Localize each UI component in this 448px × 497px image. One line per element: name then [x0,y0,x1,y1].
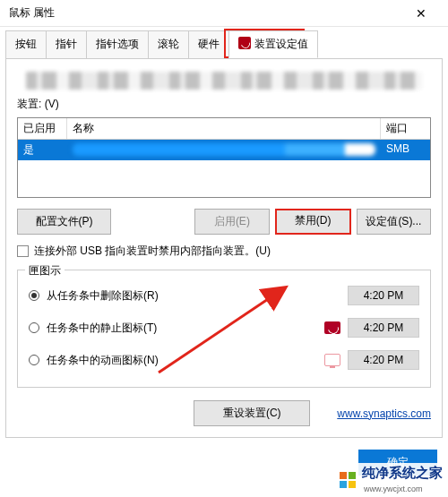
synaptics-link[interactable]: www.synaptics.com [337,407,431,420]
tab-device-settings[interactable]: 装置设定值 [228,30,318,58]
bottom-row: 重设装置(C) www.synaptics.com [17,400,431,426]
synaptics-icon [238,37,251,49]
watermark-url: www.ywcjxt.com [364,484,423,493]
col-name: 名称 [67,118,381,139]
radio-static-label: 任务条中的静止图标(T) [47,321,317,336]
devices-table[interactable]: 已启用 名称 端口 是 SMB [17,117,431,198]
watermark-logo-icon [339,471,357,489]
watermark: 纯净系统之家 www.ywcjxt.com [335,463,448,497]
tabs: 按钮 指针 指针选项 滚轮 硬件 装置设定值 [0,27,448,58]
radio-static-icon[interactable] [29,322,39,333]
reset-device-button[interactable]: 重设装置(C) [194,400,310,426]
close-button[interactable]: ✕ [403,1,439,26]
radio-remove-icon[interactable] [29,290,39,301]
usb-disable-checkbox[interactable] [17,245,29,257]
radio-animated-icon[interactable] [29,355,39,365]
tab-buttons[interactable]: 按钮 [5,30,47,58]
tray-icon-fieldset: 匣图示 从任务条中删除图标(R) 4:20 PM 任务条中的静止图标(T) 4:… [17,270,431,388]
usb-disable-label: 连接外部 USB 指向装置时禁用内部指向装置。(U) [34,244,271,259]
tray-static-icon [324,321,340,334]
tab-wheel[interactable]: 滚轮 [148,30,189,58]
col-enabled: 已启用 [18,118,67,139]
watermark-brand: 纯净系统之家 [362,465,443,480]
cell-name-blurred [67,140,381,160]
devices-label: 装置: (V) [17,97,431,112]
table-row[interactable]: 是 SMB [18,140,430,160]
radio-animated-label: 任务条中的动画图标(N) [47,353,317,368]
vendor-banner-blurred [26,72,422,90]
enable-button: 启用(E) [194,209,269,235]
usb-disable-checkbox-row: 连接外部 USB 指向装置时禁用内部指向装置。(U) [17,244,431,259]
tray-icon-legend: 匣图示 [25,263,65,278]
tray-option-remove[interactable]: 从任务条中删除图标(R) 4:20 PM [29,279,419,312]
tab-pointers[interactable]: 指针 [46,30,87,58]
tray-option-animated[interactable]: 任务条中的动画图标(N) 4:20 PM [29,344,419,376]
preview-time-3: 4:20 PM [348,350,419,370]
window-title: 鼠标 属性 [9,5,403,21]
cell-enabled: 是 [18,140,67,160]
table-header: 已启用 名称 端口 [18,118,430,140]
device-buttons-row: 配置文件(P) 启用(E) 禁用(D) 设定值(S)... [17,209,431,235]
tray-option-static[interactable]: 任务条中的静止图标(T) 4:20 PM [29,312,419,344]
tab-pointer-options[interactable]: 指针选项 [86,30,149,58]
disable-button[interactable]: 禁用(D) [275,209,351,235]
preview-time-1: 4:20 PM [348,286,419,305]
radio-remove-label: 从任务条中删除图标(R) [47,288,348,304]
window-titlebar: 鼠标 属性 ✕ [0,0,448,27]
tab-panel-device-settings: 装置: (V) 已启用 名称 端口 是 SMB 配置文件(P) 启用(E) 禁用… [5,58,443,438]
cell-port: SMB [381,140,430,160]
tray-animated-icon [324,354,340,366]
settings-button[interactable]: 设定值(S)... [357,209,431,235]
tab-hardware[interactable]: 硬件 [188,30,229,58]
profiles-button[interactable]: 配置文件(P) [17,209,111,235]
preview-time-2: 4:20 PM [348,318,419,338]
col-port: 端口 [381,118,430,139]
